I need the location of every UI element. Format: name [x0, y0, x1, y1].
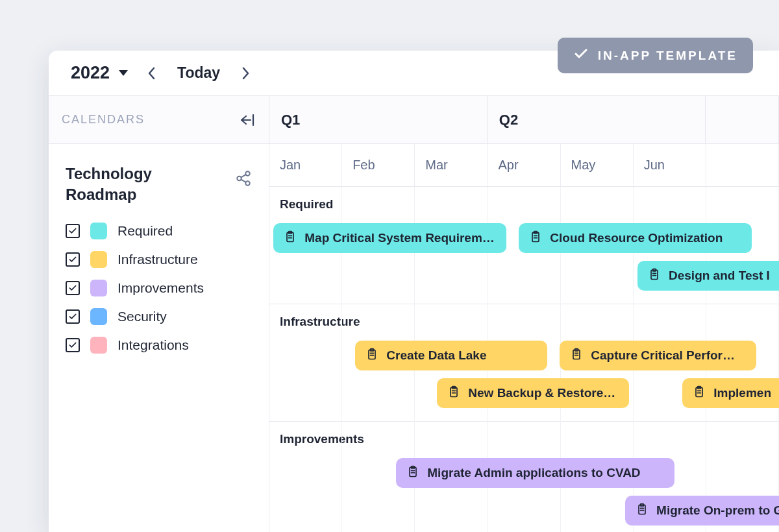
- bar-label: Cloud Resource Optimization: [550, 231, 723, 245]
- timeline-lane: New Backup & Restore…Implemen: [269, 374, 779, 412]
- prev-button[interactable]: [140, 61, 164, 86]
- month-cell: May: [561, 144, 634, 186]
- next-button[interactable]: [233, 61, 258, 86]
- timeline-group: RequiredMap Critical System Requirem…Clo…: [269, 187, 779, 304]
- timeline-tracks: RequiredMap Critical System Requirem…Clo…: [269, 187, 779, 532]
- sidebar: CALENDARS Technology Roadmap: [49, 96, 269, 532]
- timeline-bar[interactable]: New Backup & Restore…: [437, 378, 629, 408]
- roadmap-title: Technology Roadmap: [66, 163, 195, 206]
- timeline-lane: Design and Test I: [269, 257, 779, 295]
- timeline-lane: Migrate Admin applications to CVAD: [269, 454, 779, 492]
- category-legend: RequiredInfrastructureImprovementsSecuri…: [66, 223, 252, 354]
- bar-label: Implemen: [713, 386, 771, 400]
- legend-label: Security: [117, 309, 167, 324]
- clipboard-icon: [570, 348, 583, 364]
- group-label: Required: [269, 187, 779, 219]
- svg-line-6: [241, 180, 245, 182]
- roadmap-panel: 2022 Today CALENDARS: [49, 51, 779, 532]
- sidebar-header-label: CALENDARS: [62, 113, 145, 127]
- timeline-bar[interactable]: Migrate On-prem to GC: [625, 496, 779, 526]
- bar-label: Migrate On-prem to GC: [656, 503, 779, 518]
- template-badge-label: IN-APP TEMPLATE: [598, 49, 737, 63]
- color-swatch: [90, 337, 107, 354]
- bar-label: Design and Test I: [669, 269, 770, 283]
- color-swatch: [90, 280, 107, 296]
- legend-label: Improvements: [117, 280, 204, 296]
- category-checkbox[interactable]: [66, 252, 80, 267]
- svg-point-4: [245, 181, 250, 186]
- month-cell: Mar: [415, 144, 488, 186]
- share-button[interactable]: [235, 170, 252, 189]
- clipboard-icon: [284, 230, 297, 247]
- clipboard-icon: [447, 385, 460, 402]
- color-swatch: [90, 308, 107, 325]
- legend-item: Security: [66, 308, 252, 325]
- clipboard-icon: [648, 268, 661, 284]
- group-label: Improvements: [269, 422, 779, 454]
- legend-item: Integrations: [66, 337, 252, 354]
- quarter-cell: Q1: [269, 96, 488, 143]
- legend-item: Improvements: [66, 280, 252, 296]
- category-checkbox[interactable]: [66, 281, 80, 295]
- svg-line-5: [241, 175, 245, 177]
- clipboard-icon: [529, 230, 542, 247]
- clipboard-icon: [693, 385, 706, 402]
- color-swatch: [90, 251, 107, 268]
- bar-label: Create Data Lake: [386, 348, 486, 363]
- clipboard-icon: [636, 503, 649, 519]
- bar-label: Map Critical System Requirem…: [304, 231, 494, 245]
- timeline-lane: Migrate On-prem to GC: [269, 492, 779, 529]
- quarter-cell: Q2: [488, 96, 706, 143]
- timeline-group: ImprovementsMigrate Admin applications t…: [269, 422, 779, 532]
- category-checkbox[interactable]: [66, 338, 80, 352]
- bar-label: New Backup & Restore…: [468, 386, 615, 400]
- legend-label: Required: [117, 223, 173, 239]
- sidebar-header: CALENDARS: [49, 96, 269, 144]
- month-cell: [706, 144, 779, 186]
- timeline-bar[interactable]: Create Data Lake: [355, 341, 547, 370]
- month-header-row: JanFebMarAprMayJun: [269, 144, 779, 187]
- today-button[interactable]: Today: [169, 64, 228, 82]
- clipboard-icon: [365, 348, 378, 364]
- category-checkbox[interactable]: [66, 309, 80, 324]
- timeline-bar[interactable]: Implemen: [682, 378, 779, 408]
- month-cell: Apr: [488, 144, 560, 186]
- color-swatch: [90, 223, 107, 239]
- quarter-cell: [706, 96, 779, 143]
- clipboard-icon: [406, 465, 419, 481]
- month-cell: Feb: [342, 144, 415, 186]
- legend-item: Infrastructure: [66, 251, 252, 268]
- year-selector[interactable]: 2022: [64, 59, 134, 87]
- check-icon: [573, 46, 589, 65]
- year-label: 2022: [71, 63, 110, 83]
- timeline-lane: Map Critical System Requirem…Cloud Resou…: [269, 219, 779, 257]
- bar-label: Capture Critical Perform…: [591, 348, 745, 363]
- svg-point-2: [245, 171, 250, 176]
- svg-point-3: [237, 176, 241, 181]
- legend-item: Required: [66, 223, 252, 239]
- group-label: Infrastructure: [269, 304, 779, 337]
- category-checkbox[interactable]: [66, 224, 80, 238]
- legend-label: Infrastructure: [117, 252, 198, 267]
- timeline-bar[interactable]: Capture Critical Perform…: [560, 341, 756, 370]
- month-cell: Jun: [634, 144, 706, 186]
- timeline-bar[interactable]: Map Critical System Requirem…: [273, 223, 506, 253]
- timeline-bar[interactable]: Design and Test I: [637, 261, 779, 291]
- collapse-sidebar-button[interactable]: [239, 113, 256, 127]
- timeline-lane: Create Data LakeCapture Critical Perform…: [269, 337, 779, 374]
- quarter-header-row: Q1Q2: [269, 96, 779, 144]
- month-cell: Jan: [269, 144, 342, 186]
- timeline-bar[interactable]: Cloud Resource Optimization: [519, 223, 752, 253]
- chevron-down-icon: [119, 70, 128, 76]
- timeline-group: InfrastructureCreate Data LakeCapture Cr…: [269, 304, 779, 422]
- legend-label: Integrations: [117, 337, 189, 353]
- timeline-bar[interactable]: Migrate Admin applications to CVAD: [396, 458, 674, 488]
- timeline: Q1Q2 JanFebMarAprMayJun RequiredMap Crit…: [269, 96, 779, 532]
- template-badge: IN-APP TEMPLATE: [558, 38, 753, 73]
- bar-label: Migrate Admin applications to CVAD: [427, 466, 640, 480]
